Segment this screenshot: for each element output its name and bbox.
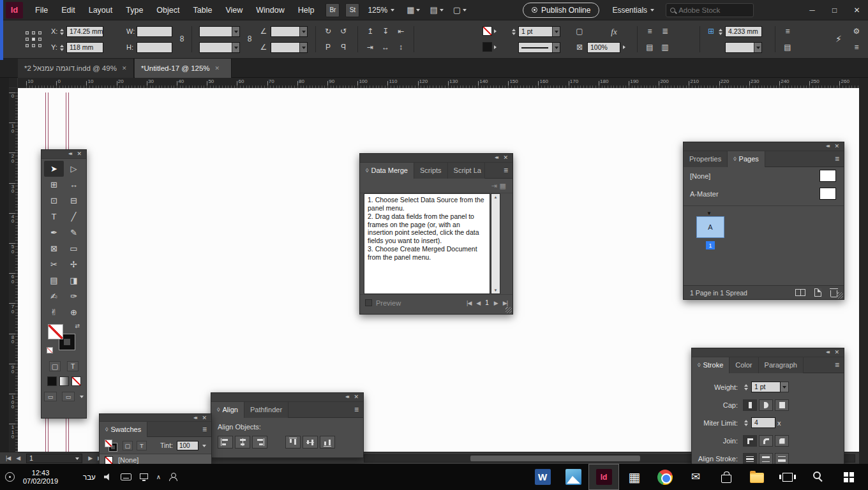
stroke-arrow-icon[interactable]	[494, 45, 498, 49]
tab-script-label[interactable]: Script La	[448, 163, 485, 179]
align-horizontal-center-button[interactable]	[235, 436, 250, 449]
vertical-align-icon[interactable]: ▤	[782, 42, 793, 53]
close-icon[interactable]: ✕	[202, 415, 207, 421]
effects-fx-button[interactable]: fx	[608, 26, 620, 37]
align-stroke-outside-button[interactable]	[775, 453, 789, 464]
selection-tool[interactable]: ➤	[44, 161, 64, 177]
master-row-a-master[interactable]: A-Master	[684, 185, 844, 203]
taskbar-search-button[interactable]	[803, 464, 834, 490]
gap-tool[interactable]: ↔	[64, 177, 84, 193]
pen-tool[interactable]: ✒	[44, 225, 64, 241]
h-field[interactable]	[137, 42, 172, 53]
scale-y-combo[interactable]	[199, 42, 240, 53]
align-right-button[interactable]	[252, 436, 267, 449]
close-icon[interactable]: ✕	[77, 151, 82, 157]
tab-data-merge[interactable]: ◊ Data Merge	[360, 163, 414, 179]
tab-paragraph[interactable]: Paragraph	[759, 357, 804, 373]
panel-header[interactable]: ◂◂ ✕	[211, 393, 363, 402]
menu-layout[interactable]: Layout	[89, 6, 113, 15]
fill-arrow-icon[interactable]	[494, 29, 498, 33]
distribute-left-icon[interactable]: ⇤	[396, 26, 406, 37]
opacity-arrow-icon[interactable]	[623, 45, 627, 49]
document-tab-1[interactable]: *2 דוגמה עמנאל.indd @ 49% ✕	[18, 59, 134, 78]
flip-horizontal-icon[interactable]: P	[323, 42, 333, 53]
swatch-row-none[interactable]: [None]	[100, 454, 211, 464]
tab-color[interactable]: Color	[730, 357, 758, 373]
constrain-scale-icon[interactable]: 8	[245, 34, 254, 45]
vertical-ruler[interactable]: 01 02 03 04 05 06 07 08 09 01 0 01 1 01 …	[9, 88, 18, 464]
fill-stroke-proxy[interactable]	[105, 440, 119, 451]
fill-swatch[interactable]	[483, 26, 492, 36]
resize-grip[interactable]	[837, 292, 843, 299]
taskbar-file-explorer-button[interactable]	[742, 464, 772, 490]
people-icon[interactable]	[169, 473, 177, 481]
touch-keyboard-icon[interactable]	[121, 473, 131, 480]
hand-tool[interactable]: ✌	[44, 304, 64, 320]
next-record-button[interactable]: ▶	[494, 300, 498, 306]
normal-view-button[interactable]: ▭	[44, 392, 57, 401]
scrollbar-thumb[interactable]	[470, 456, 640, 461]
panel-menu-icon[interactable]: ≡	[835, 360, 839, 369]
gutter-stepper[interactable]	[717, 26, 724, 37]
stroke-weight-combo[interactable]: 1 pt	[518, 26, 560, 37]
menu-window[interactable]: Window	[256, 6, 284, 15]
page-number-badge[interactable]: 1	[706, 241, 715, 249]
page-1-thumbnail[interactable]: A	[696, 216, 724, 238]
zoom-level-dropdown[interactable]: 125%	[365, 6, 397, 15]
taskbar-indesign-button[interactable]: Id	[588, 464, 619, 490]
last-record-button[interactable]: ▶|	[503, 300, 507, 306]
butt-cap-button[interactable]	[743, 399, 757, 411]
rotation-combo[interactable]	[271, 26, 308, 37]
taskbar-start-button[interactable]	[834, 464, 864, 490]
apply-none-button[interactable]	[71, 376, 81, 386]
menu-edit[interactable]: Edit	[61, 6, 75, 15]
free-transform-tool[interactable]: ✢	[64, 256, 84, 272]
tint-field[interactable]: 100	[177, 441, 198, 450]
hidden-icons-chevron[interactable]: ∧	[156, 473, 161, 480]
record-number[interactable]: 1	[485, 299, 489, 306]
rotate-ccw-icon[interactable]: ↺	[338, 26, 348, 37]
space-vertical-icon[interactable]: ↕	[396, 42, 406, 53]
close-icon[interactable]: ✕	[834, 349, 839, 355]
scroll-up-icon[interactable]: ▲	[491, 195, 500, 199]
type-tool[interactable]: T	[44, 209, 64, 225]
opacity-field[interactable]: 100%	[587, 42, 620, 53]
align-stroke-inside-button[interactable]	[759, 453, 773, 464]
paragraph-align-icon[interactable]: ≡	[782, 26, 793, 37]
x-stepper[interactable]	[59, 26, 65, 37]
weight-stepper[interactable]	[743, 382, 749, 392]
menu-view[interactable]: View	[225, 6, 243, 15]
search-input[interactable]	[678, 6, 742, 14]
taskbar-word-button[interactable]: W	[527, 464, 558, 490]
space-horizontal-icon[interactable]: ↔	[380, 42, 391, 53]
align-top-button[interactable]	[285, 436, 301, 449]
formatting-affects-container-button[interactable]: ▢	[49, 361, 61, 371]
gradient-swatch-tool[interactable]: ▤	[44, 272, 64, 288]
resize-grip[interactable]	[505, 307, 512, 313]
next-page-button[interactable]: ▶	[88, 455, 92, 461]
view-options-dropdown[interactable]: ▦	[407, 5, 420, 15]
close-tab-icon[interactable]: ✕	[215, 65, 220, 71]
collapse-panel-icon[interactable]: ◂◂	[345, 394, 348, 399]
taskbar-store-button[interactable]	[711, 464, 742, 490]
insert-field-icon[interactable]: ⇥	[491, 182, 497, 190]
panel-menu-icon[interactable]: ≡	[504, 166, 508, 175]
first-page-button[interactable]: |◀	[6, 455, 10, 461]
distribute-up-icon[interactable]: ↥	[365, 26, 375, 37]
scroll-down-icon[interactable]: ▼	[491, 288, 500, 292]
align-left-button[interactable]	[218, 436, 233, 449]
round-cap-button[interactable]	[759, 399, 773, 411]
reference-point-proxy[interactable]	[26, 31, 42, 48]
collapse-panel-icon[interactable]: ◂◂	[826, 349, 828, 355]
taskbar-task-view-button[interactable]	[772, 464, 803, 490]
taskbar-clock[interactable]: 12:43 07/02/2019	[23, 469, 58, 486]
panel-menu-icon[interactable]: ≡	[354, 405, 359, 414]
ruler-origin-box[interactable]	[9, 78, 18, 88]
fill-swatch[interactable]	[105, 440, 112, 447]
edit-page-size-icon[interactable]	[795, 289, 805, 296]
panel-scrollbar[interactable]: ▲ ▼	[491, 193, 500, 294]
line-tool[interactable]: ╱	[64, 209, 84, 225]
language-indicator[interactable]: עבר	[83, 473, 96, 481]
panel-menu-icon[interactable]: ≡	[835, 154, 839, 163]
previous-page-button[interactable]: ◀	[16, 455, 20, 461]
